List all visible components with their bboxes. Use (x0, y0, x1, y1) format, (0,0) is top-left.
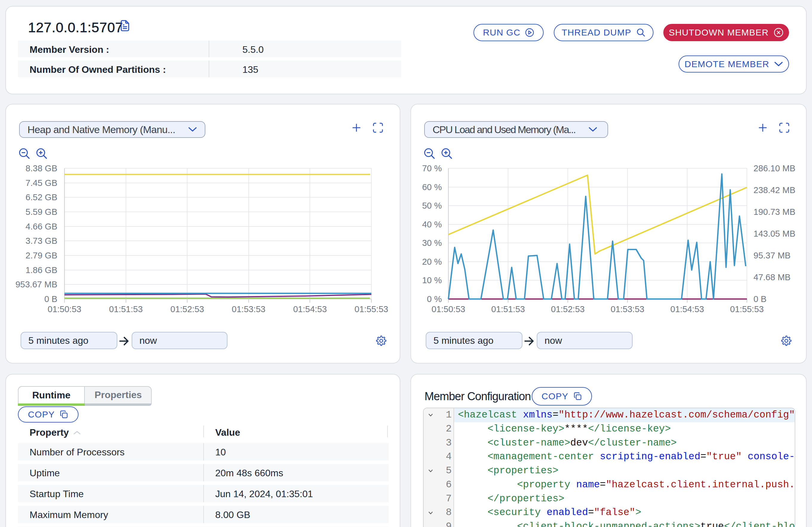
svg-text:10 %: 10 % (422, 275, 442, 285)
svg-text:01:54:53: 01:54:53 (670, 304, 704, 314)
svg-text:01:54:53: 01:54:53 (293, 304, 327, 314)
svg-text:0 B: 0 B (44, 294, 57, 304)
svg-text:01:50:53: 01:50:53 (432, 304, 465, 314)
svg-text:70 %: 70 % (422, 163, 442, 173)
svg-text:01:55:53: 01:55:53 (730, 304, 764, 314)
svg-text:20 %: 20 % (422, 257, 442, 266)
svg-text:0 B: 0 B (753, 294, 767, 304)
svg-text:0 %: 0 % (427, 294, 442, 304)
svg-text:7.45 GB: 7.45 GB (26, 178, 57, 188)
svg-text:95.37 MB: 95.37 MB (753, 251, 791, 260)
svg-text:01:50:53: 01:50:53 (48, 304, 82, 314)
svg-text:01:52:53: 01:52:53 (171, 304, 204, 314)
svg-text:3.73 GB: 3.73 GB (26, 236, 57, 246)
svg-text:1.86 GB: 1.86 GB (26, 265, 57, 275)
svg-text:8.38 GB: 8.38 GB (26, 163, 57, 173)
svg-text:01:55:53: 01:55:53 (355, 304, 388, 314)
svg-text:4.66 GB: 4.66 GB (26, 222, 57, 231)
svg-text:60 %: 60 % (422, 182, 442, 192)
svg-text:953.67 MB: 953.67 MB (16, 280, 57, 289)
svg-text:01:53:53: 01:53:53 (611, 304, 644, 314)
svg-text:6.52 GB: 6.52 GB (26, 192, 57, 202)
svg-text:01:51:53: 01:51:53 (109, 304, 143, 314)
svg-text:01:52:53: 01:52:53 (551, 304, 585, 314)
svg-text:190.73 MB: 190.73 MB (753, 207, 795, 217)
svg-text:286.10 MB: 286.10 MB (753, 163, 795, 173)
svg-text:40 %: 40 % (422, 220, 442, 229)
svg-text:01:53:53: 01:53:53 (232, 304, 265, 314)
svg-text:143.05 MB: 143.05 MB (753, 229, 795, 238)
svg-text:5.59 GB: 5.59 GB (26, 207, 57, 217)
svg-text:238.42 MB: 238.42 MB (753, 185, 795, 195)
svg-text:50 %: 50 % (422, 201, 442, 210)
svg-text:01:51:53: 01:51:53 (491, 304, 525, 314)
svg-text:2.79 GB: 2.79 GB (26, 251, 57, 260)
svg-text:30 %: 30 % (422, 238, 442, 248)
svg-text:47.68 MB: 47.68 MB (753, 273, 791, 282)
